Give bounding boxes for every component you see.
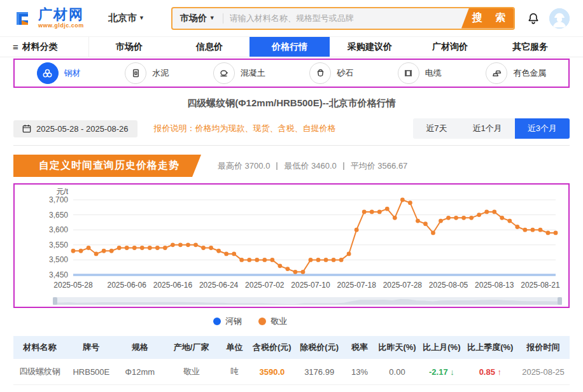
table-row[interactable]: 四级螺纹钢HRB500EΦ12mm敬业吨3590.03176.9913%0.00… [13, 359, 570, 385]
table-header-cell: 报价时间 [517, 336, 570, 359]
table-cell: 0.85 ↑ [464, 385, 517, 392]
category-item-0[interactable]: 钢材 [37, 62, 81, 84]
top-header: 广材网 www.gldjc.com 北京市▼ 市场价 ▼ © 搜 索 [0, 0, 583, 37]
x-tick-label: 2025-06-24 [199, 281, 239, 290]
stat-item: 最低价 3460.0 [284, 160, 336, 172]
nav-item-label: 广材询价 [432, 41, 468, 53]
table-cell: Φ12mm [116, 385, 164, 392]
category-label: 钢材 [64, 67, 81, 79]
chart-zoom-slider[interactable] [53, 297, 562, 305]
search-category-label: 市场价 [180, 13, 207, 23]
main-nav: ≡材料分类市场价信息价价格行情采购建议价广材询价其它服务 [0, 37, 583, 57]
table-cell: 0.00 [375, 359, 419, 385]
steel-icon [37, 62, 59, 84]
nav-item-label: 价格行情 [272, 41, 307, 53]
nav-item-4[interactable]: 采购建议价 [330, 37, 410, 57]
city-label: 北京市 [108, 12, 137, 23]
table-cell: 0.00 [375, 385, 419, 392]
table-cell: -2.17 ↓ [419, 359, 464, 385]
category-item-2[interactable]: 混凝土 [213, 62, 265, 84]
table-header-cell: 税率 [344, 336, 375, 359]
table-cell: 3176.99 [294, 385, 344, 392]
slider-handle-left[interactable] [53, 297, 57, 305]
y-tick-label: 3,450 [49, 270, 68, 279]
table-cell: 吨 [219, 359, 249, 385]
price-chart-svg[interactable]: 元/t3,4503,5003,5503,6003,6503,7002025-05… [16, 187, 567, 294]
legend-dot-icon [258, 318, 266, 325]
category-label: 水泥 [152, 67, 169, 79]
table-cell: 13% [344, 385, 375, 392]
series-jingye-line [73, 200, 556, 272]
range-toggle-group: 近7天近1个月近3个月 [413, 118, 570, 139]
category-item-5[interactable]: 有色金属 [486, 62, 546, 84]
search-category-dropdown[interactable]: 市场价 ▼ [172, 13, 223, 24]
nav-item-1[interactable]: 市场价 [89, 37, 169, 57]
brand-logo-icon [13, 8, 34, 29]
user-avatar[interactable] [549, 8, 570, 29]
category-label: 砂石 [337, 67, 353, 79]
cable-icon [398, 62, 419, 84]
slider-handle-right[interactable] [558, 297, 562, 305]
search-button[interactable]: 搜 索 [459, 8, 514, 29]
table-cell: Φ12mm [116, 359, 164, 385]
x-tick-label: 2025-07-02 [245, 281, 284, 290]
nav-item-5[interactable]: 广材询价 [410, 37, 490, 57]
table-cell: HRB500E [66, 359, 116, 385]
stat-item: 最高价 3700.0 [218, 160, 270, 172]
table-cell: 四级螺纹钢 [13, 359, 66, 385]
category-label: 有色金属 [513, 67, 546, 79]
category-item-4[interactable]: 电缆 [398, 62, 442, 84]
price-table: 材料名称牌号规格产地/厂家单位含税价(元)除税价(元)税率比昨天(%)比上月(%… [13, 336, 570, 392]
chart-zoom-slider-svg [53, 297, 562, 305]
price-table-header-row: 材料名称牌号规格产地/厂家单位含税价(元)除税价(元)税率比昨天(%)比上月(%… [13, 336, 570, 359]
category-row: 钢材水泥混凝土砂石电缆有色金属 [13, 59, 570, 88]
date-range-picker[interactable]: 2025-05-28 - 2025-08-26 [13, 120, 137, 137]
legend-label: 河钢 [225, 316, 242, 327]
stats-row: 自定义时间查询历史价格走势 最高价 3700.0最低价 3460.0平均价 35… [13, 155, 570, 177]
table-header-cell: 比上月(%) [419, 336, 464, 359]
table-header-cell: 比上季度(%) [464, 336, 517, 359]
nav-item-label: 材料分类 [22, 41, 58, 53]
table-cell: HRB500E [66, 385, 116, 392]
x-tick-label: 2025-07-18 [337, 281, 376, 290]
y-tick-label: 3,700 [49, 195, 68, 204]
brand-url: www.gldjc.com [38, 23, 84, 29]
category-item-3[interactable]: 砂石 [309, 62, 353, 84]
table-header-cell: 材料名称 [13, 336, 66, 359]
sand-icon [309, 62, 331, 84]
stat-separator [343, 162, 344, 170]
quote-note: 报价说明：价格均为现款、现货、含税、自提价格 [154, 123, 336, 134]
x-tick-label: 2025-06-06 [108, 281, 147, 290]
table-row[interactable]: 四级螺纹钢HRB500EΦ12mm河钢吨3590.03176.9913%0.00… [13, 385, 570, 392]
nav-item-3[interactable]: 价格行情 [249, 37, 330, 57]
nav-item-label: 信息价 [196, 41, 223, 53]
x-tick-label: 2025-08-05 [429, 281, 468, 290]
legend-item-hegang[interactable]: 河钢 [213, 316, 242, 327]
nav-item-0[interactable]: ≡材料分类 [13, 37, 89, 57]
price-table-body: 四级螺纹钢HRB500EΦ12mm敬业吨3590.03176.9913%0.00… [13, 359, 570, 392]
nav-item-6[interactable]: 其它服务 [490, 37, 570, 57]
stat-separator [276, 162, 277, 170]
brand-logo[interactable]: 广材网 www.gldjc.com [13, 8, 84, 29]
x-tick-label: 2025-06-16 [153, 281, 193, 290]
price-stats: 最高价 3700.0最低价 3460.0平均价 3566.67 [218, 160, 407, 172]
table-cell: 3176.99 [294, 359, 344, 385]
category-label: 电缆 [425, 67, 442, 79]
x-tick-label: 2025-07-28 [383, 281, 423, 290]
nonferrous-icon [486, 62, 507, 84]
table-header-cell: 除税价(元) [294, 336, 344, 359]
nav-item-2[interactable]: 信息价 [169, 37, 249, 57]
category-item-1[interactable]: 水泥 [125, 62, 169, 84]
table-cell: 河钢 [164, 385, 219, 392]
chart-legend: 河钢敬业 [0, 308, 500, 335]
legend-item-jingye[interactable]: 敬业 [258, 316, 287, 327]
range-button-1[interactable]: 近1个月 [460, 118, 515, 139]
legend-label: 敬业 [270, 316, 287, 327]
range-button-2[interactable]: 近3个月 [515, 118, 570, 139]
city-selector[interactable]: 北京市▼ [108, 12, 144, 24]
search-input[interactable] [223, 13, 491, 23]
table-cell: 敬业 [164, 359, 219, 385]
nav-item-label: 采购建议价 [348, 41, 392, 53]
notification-bell-icon[interactable] [526, 11, 540, 25]
range-button-0[interactable]: 近7天 [413, 118, 460, 139]
